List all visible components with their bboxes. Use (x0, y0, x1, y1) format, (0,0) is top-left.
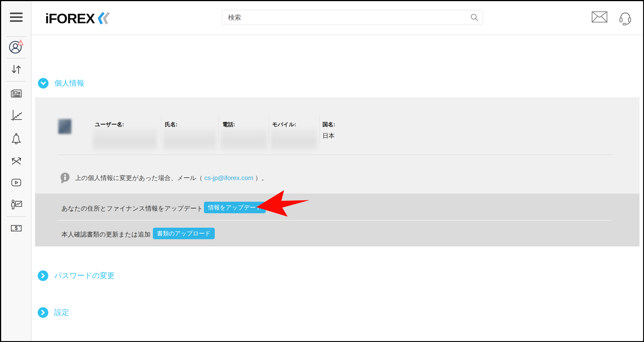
logo-chevrons-icon (96, 12, 110, 25)
rates-chart-icon (10, 109, 22, 122)
menu-button[interactable] (1, 10, 32, 24)
section-change-password[interactable]: パスワードの変更 (38, 270, 115, 281)
upload-documents-text: 本人確認書類の更新または追加 (62, 230, 150, 239)
note-text-after: ）。 (253, 174, 268, 181)
sidebar-item-transfers[interactable] (1, 63, 32, 76)
mail-icon (592, 11, 608, 23)
search-input[interactable] (222, 10, 483, 25)
sidebar-item-profile[interactable] (1, 38, 32, 55)
field-label-username: ユーザー名: (95, 121, 124, 128)
sidebar: $ (1, 1, 32, 341)
chevron-right-icon (38, 270, 48, 281)
main-content: 個人情報 ユーザー名: 氏名: 電話: モバイル: 国名: 日本 (32, 35, 643, 341)
divider (58, 220, 612, 221)
column-divider (218, 116, 219, 143)
divider (6, 58, 26, 59)
sidebar-item-training[interactable] (1, 198, 32, 211)
search-box (222, 10, 483, 25)
support-headset-icon (618, 11, 632, 26)
note-text-before: 上の個人情報に変更があった場合、メール（ (75, 174, 204, 181)
personal-info-panel: ユーザー名: 氏名: 電話: モバイル: 国名: 日本 (35, 97, 640, 246)
divider (6, 81, 26, 82)
field-label-name: 氏名: (165, 121, 178, 128)
section-title: 個人情報 (54, 78, 84, 88)
sidebar-item-rates[interactable] (1, 109, 32, 122)
section-personal-info[interactable]: 個人情報 (38, 78, 84, 89)
top-bar: iFOREX (32, 1, 643, 35)
trading-arrows-icon (10, 155, 22, 167)
svg-text:$: $ (15, 225, 18, 231)
update-actions-band: あなたの住所とファイナンス情報をアップデート 情報をアップデート 本人確認書類の… (35, 194, 640, 246)
field-label-mobile: モバイル: (272, 121, 296, 128)
sidebar-item-funds[interactable]: $ (1, 221, 32, 234)
section-settings[interactable]: 設定 (38, 307, 69, 318)
divider (6, 36, 26, 37)
redacted-name (163, 129, 216, 150)
update-info-text: あなたの住所とファイナンス情報をアップデート (62, 204, 203, 213)
info-icon (59, 172, 71, 184)
divider (58, 155, 612, 155)
update-info-button[interactable]: 情報をアップデート (204, 202, 266, 213)
profile-alert-icon (8, 39, 24, 54)
sidebar-item-alerts[interactable] (1, 132, 32, 145)
redacted-mobile (270, 129, 317, 150)
chevron-down-icon (38, 78, 48, 89)
transfer-arrows-icon (10, 63, 22, 76)
chevron-right-icon (38, 307, 48, 318)
hamburger-icon (10, 12, 23, 23)
support-button[interactable] (618, 11, 632, 27)
search-icon[interactable] (470, 13, 479, 22)
sidebar-item-videos[interactable] (1, 176, 32, 189)
column-divider (320, 116, 320, 143)
avatar (58, 119, 71, 134)
sidebar-item-news[interactable] (1, 87, 32, 100)
info-note: 上の個人情報に変更があった場合、メール（ cs-jp@iforex.com ）。 (59, 172, 268, 184)
support-email-link[interactable]: cs-jp@iforex.com (204, 174, 253, 181)
training-icon (10, 199, 23, 211)
divider (6, 216, 26, 217)
upload-documents-button[interactable]: 書類のアップロード (153, 228, 215, 239)
video-tutorials-icon (10, 176, 22, 189)
field-label-country: 国名: (322, 121, 335, 128)
field-label-phone: 電話: (222, 121, 235, 128)
redacted-username (93, 129, 157, 150)
app-window: $ iFOREX (1, 1, 643, 341)
redacted-phone (221, 129, 267, 150)
sidebar-item-trading[interactable] (1, 155, 32, 168)
alerts-bell-icon (10, 132, 22, 145)
messages-button[interactable] (592, 11, 608, 24)
logo-text: iFOREX (45, 11, 94, 27)
field-value-country: 日本 (322, 132, 335, 140)
news-icon (10, 87, 22, 100)
funds-icon: $ (10, 222, 22, 234)
section-title: 設定 (54, 307, 69, 317)
column-divider (269, 116, 269, 143)
section-title: パスワードの変更 (54, 271, 115, 281)
iforex-logo[interactable]: iFOREX (45, 9, 110, 27)
column-divider (161, 116, 161, 143)
